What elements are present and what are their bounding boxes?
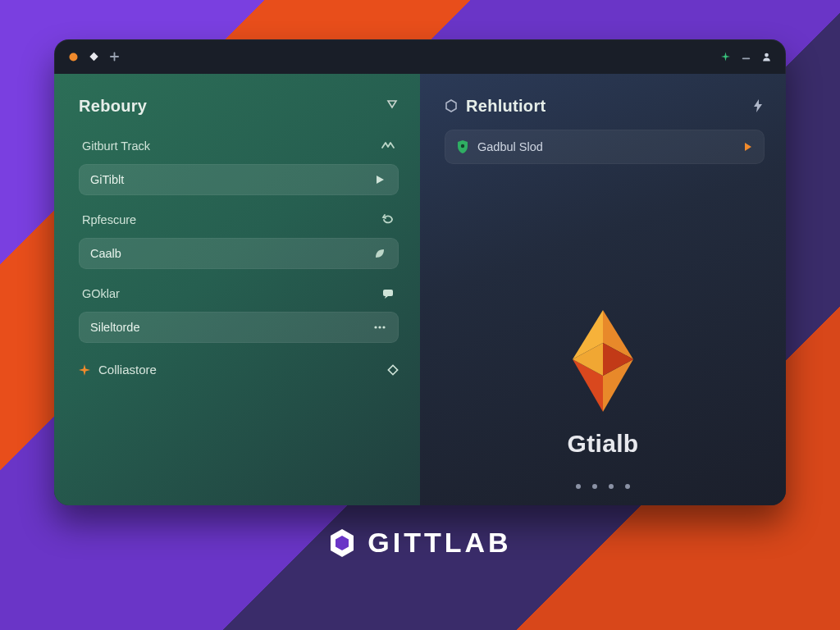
product-logo: Gtialb <box>420 304 786 458</box>
dots-icon <box>372 325 387 330</box>
spark-orange-icon <box>79 364 90 376</box>
split-panes: Reboury Gitburt Track GiTiblt <box>54 74 786 505</box>
left-panel-title: Reboury <box>79 97 147 116</box>
pager-dot[interactable] <box>609 484 614 489</box>
right-panel-header: Rehlutiort <box>445 92 765 120</box>
list-item-label: Rpfescure <box>82 213 136 226</box>
svg-point-5 <box>374 326 377 328</box>
svg-point-3 <box>765 53 769 57</box>
leaf-icon <box>372 248 387 259</box>
svg-rect-4 <box>383 290 393 296</box>
right-panel-title-text: Rehlutiort <box>466 97 546 116</box>
hexagon-outline-icon <box>445 99 458 112</box>
minimize-icon[interactable] <box>742 52 751 62</box>
list-pill[interactable]: Caalb <box>79 238 399 269</box>
right-panel: Rehlutiort Gadbul Slod <box>420 74 786 505</box>
pager-dots[interactable] <box>420 484 786 489</box>
diamond-outline-icon <box>387 364 399 376</box>
svg-point-7 <box>382 326 385 328</box>
brand-hex-icon <box>328 527 356 559</box>
pager-dot[interactable] <box>625 484 630 489</box>
triangle-logo-icon <box>541 304 664 418</box>
list-pill-label: Caalb <box>90 247 121 260</box>
left-panel-footer[interactable]: Colliastore <box>79 363 399 377</box>
spark-green-icon[interactable] <box>721 52 730 62</box>
list-item[interactable]: GOklar <box>79 277 399 310</box>
list-item-label: Gitburt Track <box>82 139 150 153</box>
titlebar <box>54 39 786 74</box>
wave-icon <box>381 140 395 152</box>
list-item-label: GOklar <box>82 287 120 300</box>
diamond-white-icon[interactable] <box>89 52 98 62</box>
list-pill[interactable]: Sileltorde <box>79 312 399 343</box>
chevron-marker-orange-icon <box>743 142 753 152</box>
pager-dot[interactable] <box>576 484 581 489</box>
shield-badge-icon <box>456 139 469 154</box>
app-background: Reboury Gitburt Track GiTiblt <box>0 0 840 630</box>
svg-point-6 <box>378 326 381 328</box>
svg-rect-8 <box>388 365 397 374</box>
left-panel-footer-label: Colliastore <box>98 363 157 377</box>
svg-rect-1 <box>89 52 98 61</box>
list-pill[interactable]: GiTiblt <box>79 164 399 195</box>
app-window: Reboury Gitburt Track GiTiblt <box>54 39 786 505</box>
left-panel: Reboury Gitburt Track GiTiblt <box>54 74 420 505</box>
list-item[interactable]: Gitburt Track <box>79 130 399 162</box>
chevron-down-outline-icon[interactable] <box>386 99 399 112</box>
titlebar-left-controls <box>69 52 119 62</box>
pager-dot[interactable] <box>592 484 597 489</box>
svg-point-9 <box>461 144 464 148</box>
user-silhouette-icon[interactable] <box>762 52 771 62</box>
svg-point-0 <box>70 52 78 61</box>
svg-rect-2 <box>742 58 750 60</box>
brand-footer: GITTLAB <box>328 527 511 559</box>
play-icon <box>372 175 387 185</box>
list-pill-label: GiTiblt <box>90 173 124 186</box>
right-list-item[interactable]: Gadbul Slod <box>445 130 765 164</box>
titlebar-right-controls <box>721 52 771 62</box>
left-panel-header: Reboury <box>79 92 399 120</box>
right-list-item-label: Gadbul Slod <box>477 140 543 153</box>
product-logo-text: Gtialb <box>568 430 639 458</box>
brand-footer-text: GITTLAB <box>368 527 511 559</box>
chat-icon <box>381 288 395 299</box>
plus-icon[interactable] <box>110 52 119 62</box>
bolt-icon[interactable] <box>751 99 765 112</box>
list-item[interactable]: Rpfescure <box>79 203 399 236</box>
list-pill-label: Sileltorde <box>90 321 139 334</box>
loop-icon <box>381 214 395 226</box>
circle-dot-orange-icon[interactable] <box>69 52 78 62</box>
right-panel-title: Rehlutiort <box>445 97 546 116</box>
